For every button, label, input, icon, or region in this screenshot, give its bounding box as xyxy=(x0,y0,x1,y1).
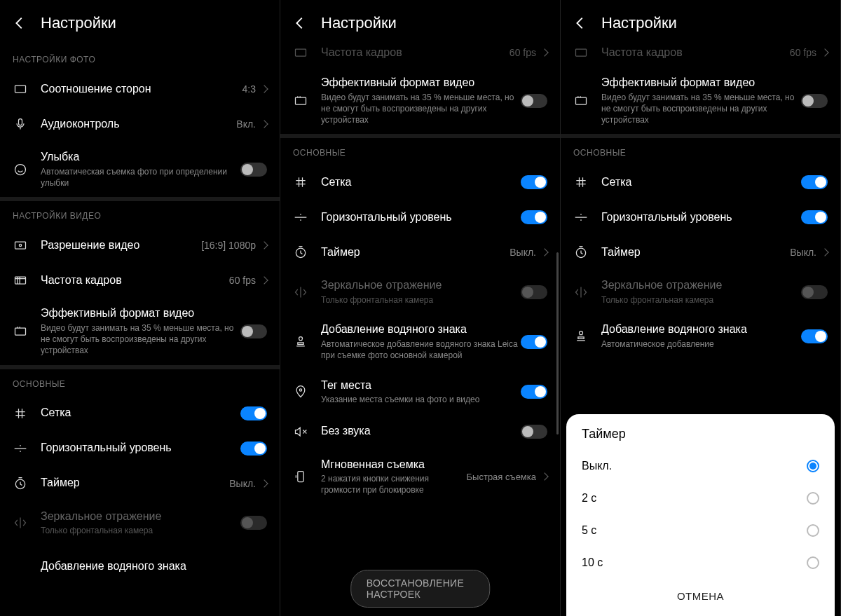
grid-toggle[interactable] xyxy=(521,175,547,189)
eff-toggle[interactable] xyxy=(521,94,547,108)
scrollbar[interactable] xyxy=(556,252,559,434)
timer-icon xyxy=(293,245,308,260)
eff-toggle[interactable] xyxy=(240,324,267,338)
svg-point-11 xyxy=(299,389,301,391)
audio-label: Аудиоконтроль xyxy=(41,117,231,132)
header: Настройки xyxy=(280,0,560,45)
level-row[interactable]: Горизонтальный уровень xyxy=(0,431,280,466)
watermark-row[interactable]: Добавление водяного знака Автоматическое… xyxy=(280,314,560,369)
eff-toggle[interactable] xyxy=(801,94,828,108)
mirror-toggle xyxy=(240,516,267,530)
mirror-row: Зеркальное отражение Только фронтальная … xyxy=(0,501,280,545)
resolution-icon xyxy=(13,238,28,253)
chevron-icon xyxy=(540,472,548,480)
page-title: Настройки xyxy=(321,14,397,32)
smile-row[interactable]: Улыбка Автоматическая съемка фото при оп… xyxy=(0,142,280,197)
grid-toggle[interactable] xyxy=(801,175,828,189)
audio-value: Вкл. xyxy=(236,118,256,130)
level-toggle[interactable] xyxy=(521,210,547,224)
video-format-icon xyxy=(293,93,308,109)
efficient-video-row[interactable]: Эффективный формат видео Видео будут зан… xyxy=(280,67,560,134)
level-icon xyxy=(293,210,308,225)
chevron-icon xyxy=(821,48,828,56)
chevron-icon xyxy=(260,479,268,487)
geotag-row[interactable]: Тег места Указание места съемки на фото … xyxy=(280,370,560,414)
audio-control-row[interactable]: Аудиоконтроль Вкл. xyxy=(0,107,280,142)
fps-row-partial[interactable]: Частота кадров 60 fps xyxy=(561,45,840,67)
resolution-row[interactable]: Разрешение видео [16:9] 1080p xyxy=(0,228,280,263)
timer-row[interactable]: Таймер Выкл. xyxy=(280,235,560,270)
mute-toggle[interactable] xyxy=(521,425,547,439)
radio-icon xyxy=(807,524,819,537)
efficient-video-row[interactable]: Эффективный формат видео Видео будут зан… xyxy=(561,67,840,134)
smile-toggle[interactable] xyxy=(240,163,267,177)
timer-icon xyxy=(573,245,589,260)
location-icon xyxy=(293,384,308,399)
timer-row[interactable]: Таймер Выкл. xyxy=(0,466,280,501)
fps-icon xyxy=(573,45,589,60)
video-format-icon xyxy=(573,93,589,109)
restore-button[interactable]: ВОССТАНОВЛЕНИЕ НАСТРОЕК xyxy=(350,570,491,608)
timer-option-10s[interactable]: 10 с xyxy=(566,547,835,579)
mirror-icon xyxy=(293,285,308,300)
header: Настройки xyxy=(0,0,280,45)
section-general: ОСНОВНЫЕ xyxy=(561,138,840,165)
watermark-row[interactable]: Добавление водяного знака xyxy=(0,545,280,580)
eff-label: Эффективный формат видео xyxy=(41,306,240,321)
video-format-icon xyxy=(13,324,28,339)
efficient-video-row[interactable]: Эффективный формат видео Видео будут зан… xyxy=(0,298,280,364)
fps-row[interactable]: Частота кадров 60 fps xyxy=(0,263,280,298)
grid-icon xyxy=(13,406,28,421)
level-toggle[interactable] xyxy=(801,210,828,224)
grid-row[interactable]: Сетка xyxy=(0,396,280,431)
water-toggle[interactable] xyxy=(521,335,547,349)
level-icon xyxy=(13,441,28,456)
mirror-row: Зеркальное отражение Только фронтальная … xyxy=(561,270,840,314)
grid-toggle[interactable] xyxy=(240,406,267,420)
water-toggle[interactable] xyxy=(801,329,828,343)
timer-value: Выкл. xyxy=(229,478,256,489)
level-toggle[interactable] xyxy=(240,442,267,456)
smile-icon xyxy=(13,162,28,177)
fps-label: Частота кадров xyxy=(41,273,224,288)
section-photo: НАСТРОЙКИ ФОТО xyxy=(0,45,280,71)
geo-toggle[interactable] xyxy=(521,385,547,399)
timer-icon xyxy=(13,476,28,491)
timer-row[interactable]: Таймер Выкл. xyxy=(561,235,840,270)
chevron-icon xyxy=(540,249,548,256)
back-icon[interactable] xyxy=(572,15,589,32)
aspect-icon xyxy=(13,81,28,97)
level-row[interactable]: Горизонтальный уровень xyxy=(561,200,840,235)
aspect-value: 4:3 xyxy=(242,83,256,95)
svg-rect-6 xyxy=(15,328,26,335)
grid-icon xyxy=(573,174,589,190)
timer-option-2s[interactable]: 2 с xyxy=(566,482,835,514)
mute-row[interactable]: Без звука xyxy=(280,414,560,449)
level-row[interactable]: Горизонтальный уровень xyxy=(280,200,560,235)
fps-value: 60 fps xyxy=(229,275,256,286)
timer-option-5s[interactable]: 5 с xyxy=(566,514,835,547)
modal-cancel-button[interactable]: ОТМЕНА xyxy=(566,579,835,608)
chevron-icon xyxy=(540,48,548,56)
mirror-sub: Только фронтальная камера xyxy=(41,525,240,536)
aspect-ratio-row[interactable]: Соотношение сторон 4:3 xyxy=(0,71,280,107)
settings-panel-1: Настройки НАСТРОЙКИ ФОТО Соотношение сто… xyxy=(0,0,280,616)
svg-point-2 xyxy=(15,164,26,174)
eff-sub: Видео будут занимать на 35 % меньше мест… xyxy=(41,322,240,357)
instant-row[interactable]: Мгновенная съемка 2 нажатия кнопки сниже… xyxy=(280,449,560,505)
grid-row[interactable]: Сетка xyxy=(280,165,560,200)
timer-option-off[interactable]: Выкл. xyxy=(566,450,835,482)
back-icon[interactable] xyxy=(11,15,28,32)
chevron-icon xyxy=(260,120,268,128)
back-icon[interactable] xyxy=(292,15,308,32)
settings-panel-3: Настройки Частота кадров 60 fps Эффектив… xyxy=(561,0,841,616)
grid-row[interactable]: Сетка xyxy=(561,165,840,200)
svg-rect-8 xyxy=(296,49,306,56)
chevron-icon xyxy=(260,85,268,93)
level-label: Горизонтальный уровень xyxy=(41,441,240,456)
mirror-toggle xyxy=(801,285,828,299)
svg-rect-14 xyxy=(576,97,587,104)
fps-row-partial[interactable]: Частота кадров 60 fps xyxy=(280,45,560,67)
page-title: Настройки xyxy=(601,14,677,32)
watermark-row[interactable]: Добавление водяного знака Автоматическое… xyxy=(561,314,840,358)
